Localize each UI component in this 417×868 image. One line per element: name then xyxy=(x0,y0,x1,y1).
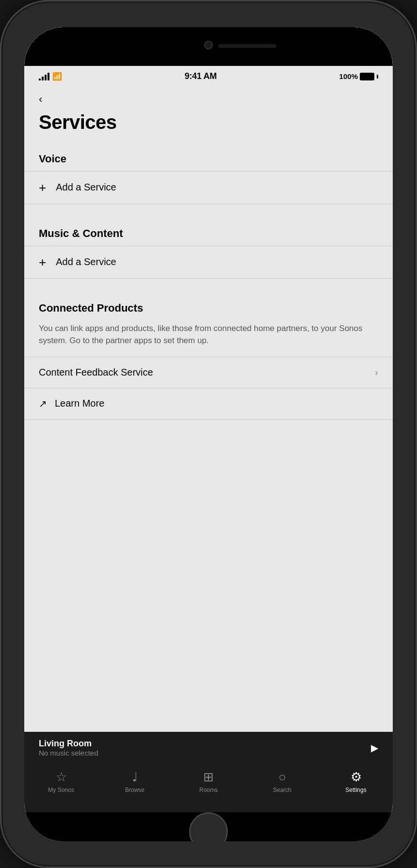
page-title-area: Services xyxy=(24,110,393,145)
browse-icon: ♩ xyxy=(132,770,138,785)
camera xyxy=(204,41,213,49)
plus-icon-music: + xyxy=(39,256,46,268)
content-feedback-service-button[interactable]: Content Feedback Service › xyxy=(24,357,393,388)
tab-bar: ☆ My Sonos ♩ Browse ⊞ Rooms ○ Search ⚙ xyxy=(24,764,393,812)
back-button[interactable]: ‹ xyxy=(39,93,42,106)
external-link-icon: ↗ xyxy=(39,398,47,410)
notch xyxy=(24,27,393,66)
tab-settings-label: Settings xyxy=(345,787,366,793)
battery-area: 100% xyxy=(339,72,378,80)
home-indicator xyxy=(24,812,393,841)
signal-bar-2 xyxy=(42,77,44,80)
plus-icon-voice: + xyxy=(39,181,46,194)
phone-screen: 📶 9:41 AM 100% ‹ Services Voice xyxy=(24,27,393,841)
now-playing-room: Living Room xyxy=(39,739,98,749)
status-time: 9:41 AM xyxy=(185,71,217,81)
battery-tip xyxy=(377,75,378,79)
add-voice-service-label: Add a Service xyxy=(56,182,116,193)
tab-search-label: Search xyxy=(273,787,291,793)
signal-bar-3 xyxy=(45,75,47,80)
tab-browse[interactable]: ♩ Browse xyxy=(98,770,172,793)
signal-bar-1 xyxy=(39,79,41,80)
search-icon: ○ xyxy=(278,770,286,785)
status-bar: 📶 9:41 AM 100% xyxy=(24,66,393,87)
learn-more-button[interactable]: ↗ Learn More xyxy=(24,388,393,420)
my-sonos-icon: ☆ xyxy=(56,770,67,785)
add-music-service-button[interactable]: + Add a Service xyxy=(24,246,393,279)
tab-search[interactable]: ○ Search xyxy=(245,770,319,793)
scroll-content[interactable]: Voice + Add a Service Music & Content + … xyxy=(24,145,393,732)
connected-products-description: You can link apps and products, like tho… xyxy=(24,320,393,357)
section-header-voice: Voice xyxy=(24,145,393,171)
add-music-service-label: Add a Service xyxy=(56,256,116,268)
content-feedback-label: Content Feedback Service xyxy=(39,367,153,378)
section-header-music: Music & Content xyxy=(24,220,393,246)
signal-bars xyxy=(39,73,49,80)
learn-more-label: Learn More xyxy=(55,398,104,409)
nav-bar: ‹ xyxy=(24,87,393,110)
add-voice-service-button[interactable]: + Add a Service xyxy=(24,171,393,204)
speaker xyxy=(218,44,276,48)
now-playing-info: Living Room No music selected xyxy=(39,739,98,757)
section-gap-1 xyxy=(24,204,393,220)
section-gap-2 xyxy=(24,279,393,294)
tab-my-sonos[interactable]: ☆ My Sonos xyxy=(24,770,98,793)
now-playing-track: No music selected xyxy=(39,749,98,757)
chevron-right-icon: › xyxy=(375,367,378,378)
wifi-icon: 📶 xyxy=(52,72,62,81)
now-playing-bar[interactable]: Living Room No music selected ▶ xyxy=(24,732,393,764)
tab-rooms[interactable]: ⊞ Rooms xyxy=(172,770,245,793)
home-button[interactable] xyxy=(189,812,228,841)
tab-rooms-label: Rooms xyxy=(199,787,218,793)
rooms-icon: ⊞ xyxy=(203,770,214,785)
page-title: Services xyxy=(39,111,117,133)
phone-frame: 📶 9:41 AM 100% ‹ Services Voice xyxy=(0,0,417,868)
tab-my-sonos-label: My Sonos xyxy=(48,787,74,793)
settings-icon: ⚙ xyxy=(351,770,362,785)
tab-browse-label: Browse xyxy=(125,787,144,793)
battery-icon xyxy=(360,73,374,80)
content-area: ‹ Services Voice + Add a Service Music &… xyxy=(24,87,393,812)
play-button[interactable]: ▶ xyxy=(371,742,378,754)
section-header-connected: Connected Products xyxy=(24,294,393,320)
battery-percent: 100% xyxy=(339,72,358,80)
signal-bar-4 xyxy=(48,73,49,80)
tab-settings[interactable]: ⚙ Settings xyxy=(319,770,393,793)
signal-area: 📶 xyxy=(39,72,62,81)
